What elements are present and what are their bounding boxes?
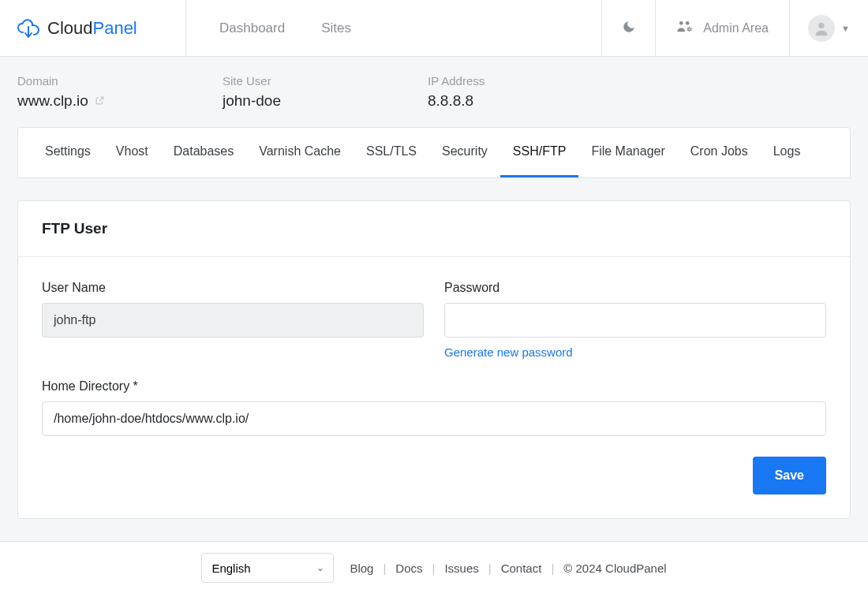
moon-icon xyxy=(622,20,636,36)
svg-point-1 xyxy=(686,21,690,24)
site-meta-row: Domain www.clp.io Site User john-doe IP … xyxy=(17,74,851,110)
brand-logo[interactable]: CloudPanel xyxy=(0,0,186,56)
language-select[interactable]: English ⌄ xyxy=(201,553,334,583)
header-right: Admin Area ▼ xyxy=(601,0,868,56)
language-dropdown[interactable]: English xyxy=(201,553,334,583)
svg-point-2 xyxy=(688,28,690,30)
primary-nav: Dashboard Sites xyxy=(186,0,601,56)
footer-blog[interactable]: Blog xyxy=(350,562,373,575)
svg-point-0 xyxy=(679,21,683,24)
username-group: User Name xyxy=(42,281,424,359)
ftp-user-card: FTP User User Name Password Generate new… xyxy=(17,200,851,519)
top-bar: CloudPanel Dashboard Sites Admin Area xyxy=(0,0,868,57)
tab-varnish[interactable]: Varnish Cache xyxy=(246,128,354,177)
nav-dashboard[interactable]: Dashboard xyxy=(219,21,285,36)
home-dir-label: Home Directory * xyxy=(42,379,826,394)
meta-ip: IP Address 8.8.8.8 xyxy=(428,74,633,110)
username-label: User Name xyxy=(42,281,424,295)
password-input[interactable] xyxy=(444,303,826,338)
card-header: FTP User xyxy=(18,201,850,257)
admin-area-label: Admin Area xyxy=(703,21,769,35)
meta-domain: Domain www.clp.io xyxy=(17,74,223,110)
tab-ssl[interactable]: SSL/TLS xyxy=(354,128,429,177)
site-tabs: Settings Vhost Databases Varnish Cache S… xyxy=(17,127,851,178)
chevron-down-icon: ▼ xyxy=(841,24,850,33)
home-dir-group: Home Directory * xyxy=(42,379,826,436)
tab-vhost[interactable]: Vhost xyxy=(103,128,161,177)
nav-sites[interactable]: Sites xyxy=(321,21,351,36)
meta-ip-value: 8.8.8.8 xyxy=(428,92,633,110)
tab-sshftp[interactable]: SSH/FTP xyxy=(500,128,579,177)
card-body: User Name Password Generate new password… xyxy=(18,257,850,518)
meta-site-user-value: john-doe xyxy=(223,92,428,110)
meta-site-user: Site User john-doe xyxy=(223,74,428,110)
generate-password-link[interactable]: Generate new password xyxy=(444,345,573,359)
tab-filemanager[interactable]: File Manager xyxy=(578,128,677,177)
svg-point-3 xyxy=(818,22,824,28)
tab-settings[interactable]: Settings xyxy=(18,128,103,177)
meta-domain-value[interactable]: www.clp.io xyxy=(17,92,88,110)
meta-ip-label: IP Address xyxy=(428,74,633,88)
card-title: FTP User xyxy=(42,220,826,237)
home-dir-input[interactable] xyxy=(42,401,826,436)
cloud-logo-icon xyxy=(17,18,39,39)
form-actions: Save xyxy=(42,457,826,494)
page-footer: English ⌄ Blog | Docs | Issues | Contact… xyxy=(0,541,868,597)
brand-name: CloudPanel xyxy=(47,18,137,39)
meta-site-user-label: Site User xyxy=(223,74,428,88)
theme-toggle[interactable] xyxy=(601,0,655,56)
admin-area-link[interactable]: Admin Area xyxy=(655,0,789,56)
save-button[interactable]: Save xyxy=(753,457,826,494)
tab-security[interactable]: Security xyxy=(429,128,500,177)
meta-domain-label: Domain xyxy=(17,74,223,88)
footer-copyright: © 2024 CloudPanel xyxy=(563,562,666,575)
password-label: Password xyxy=(444,281,826,295)
password-group: Password Generate new password xyxy=(444,281,826,359)
footer-contact[interactable]: Contact xyxy=(501,562,542,575)
tab-cron[interactable]: Cron Jobs xyxy=(678,128,761,177)
admin-gear-icon xyxy=(676,20,694,37)
external-link-icon[interactable] xyxy=(95,95,105,107)
page-content: Domain www.clp.io Site User john-doe IP … xyxy=(0,57,868,541)
user-menu[interactable]: ▼ xyxy=(789,0,868,56)
footer-links: Blog | Docs | Issues | Contact | © 2024 … xyxy=(350,562,666,575)
tab-logs[interactable]: Logs xyxy=(761,128,814,177)
avatar xyxy=(808,15,835,42)
footer-issues[interactable]: Issues xyxy=(444,562,478,575)
tab-databases[interactable]: Databases xyxy=(161,128,247,177)
username-input xyxy=(42,303,424,338)
footer-docs[interactable]: Docs xyxy=(395,562,422,575)
